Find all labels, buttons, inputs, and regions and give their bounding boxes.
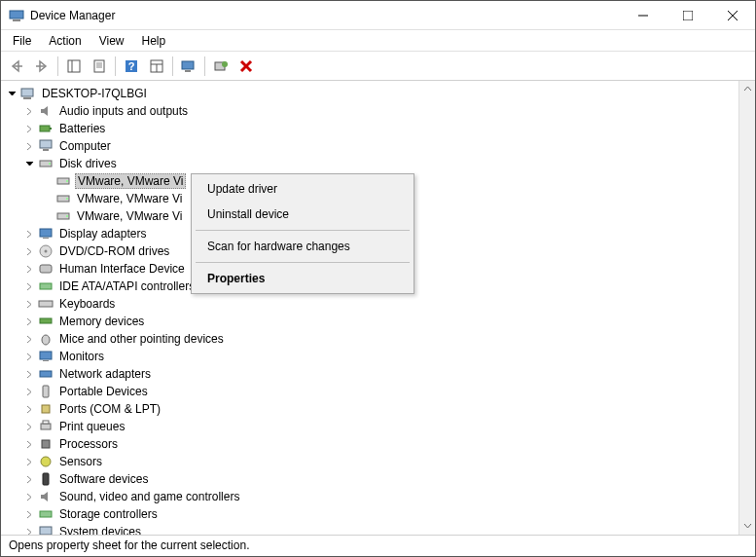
show-hide-tree-button[interactable] (62, 55, 86, 78)
expander[interactable] (40, 209, 54, 223)
expander[interactable] (22, 297, 36, 311)
menu-file[interactable]: File (5, 32, 39, 50)
expander[interactable] (22, 104, 36, 118)
menu-view[interactable]: View (91, 32, 132, 50)
expander[interactable] (22, 332, 36, 346)
diskchild-icon (55, 173, 71, 189)
expander[interactable] (22, 472, 36, 486)
tree-node-batteries[interactable]: Batteries (1, 120, 738, 137)
scan-hardware-button[interactable] (209, 55, 233, 78)
context-menu: Update driver Uninstall device Scan for … (191, 173, 414, 294)
tree-label: VMware, VMware Vi (75, 192, 184, 205)
expander[interactable] (22, 315, 36, 328)
scroll-down-button[interactable] (739, 518, 755, 535)
tree-node-printq[interactable]: Print queues (1, 418, 738, 435)
tree-node-monitors[interactable]: Monitors (1, 348, 738, 365)
tree-node-diskdrives[interactable]: Disk drives (1, 155, 738, 172)
ctx-uninstall-device[interactable]: Uninstall device (194, 202, 412, 227)
forward-button[interactable] (30, 55, 54, 78)
scroll-up-button[interactable] (739, 81, 755, 97)
expander[interactable] (22, 122, 36, 135)
expander[interactable] (22, 279, 36, 293)
svg-rect-59 (40, 511, 52, 517)
close-button[interactable] (710, 1, 755, 30)
expander[interactable] (22, 490, 36, 503)
menubar: File Action View Help (1, 30, 755, 52)
svg-rect-53 (42, 405, 50, 413)
vertical-scrollbar[interactable] (738, 81, 755, 535)
svg-rect-54 (41, 424, 51, 429)
expander[interactable] (22, 437, 36, 451)
tree-node-root[interactable]: DESKTOP-I7QLBGI (1, 85, 738, 102)
processors-icon (38, 436, 54, 452)
expander[interactable] (22, 244, 36, 258)
tree-node-network[interactable]: Network adapters (1, 365, 738, 383)
chevron-right-icon (25, 107, 34, 116)
help-icon: ? (125, 59, 138, 73)
ctx-update-driver[interactable]: Update driver (194, 176, 412, 202)
audio-icon (38, 103, 54, 119)
expander[interactable] (22, 262, 36, 276)
expander[interactable] (22, 139, 36, 153)
expander[interactable] (40, 192, 54, 205)
diskchild-icon (55, 191, 71, 206)
view-options-button[interactable] (145, 55, 168, 78)
tree-node-system[interactable]: System devices (1, 523, 738, 535)
expander[interactable] (22, 507, 36, 521)
tree-node-sound[interactable]: Sound, video and game controllers (1, 488, 738, 505)
dvdcd-icon (38, 243, 54, 259)
computer-icon (38, 138, 54, 154)
tree-label: Sound, video and game controllers (57, 490, 241, 503)
chevron-right-icon (25, 510, 34, 519)
expander[interactable] (22, 420, 36, 433)
tree-node-sensors[interactable]: Sensors (1, 453, 738, 470)
help-button[interactable]: ? (120, 55, 143, 78)
expander[interactable] (22, 367, 36, 381)
back-button[interactable] (5, 55, 28, 78)
menu-help[interactable]: Help (134, 32, 174, 50)
uninstall-button[interactable] (234, 55, 258, 78)
expander[interactable] (40, 174, 54, 188)
chevron-right-icon (25, 475, 34, 484)
chevron-right-icon (25, 317, 34, 326)
svg-point-57 (41, 457, 51, 466)
svg-rect-8 (68, 60, 80, 72)
back-arrow-icon (9, 59, 24, 73)
svg-rect-44 (40, 283, 52, 289)
update-driver-button[interactable] (177, 55, 200, 78)
menu-action[interactable]: Action (41, 32, 89, 50)
svg-rect-27 (40, 126, 50, 131)
expander[interactable] (22, 402, 36, 416)
expander[interactable] (22, 455, 36, 468)
ctx-scan-hardware[interactable]: Scan for hardware changes (194, 234, 412, 259)
tree-node-keyboards[interactable]: Keyboards (1, 295, 738, 313)
scroll-track[interactable] (739, 97, 755, 518)
root-icon (20, 86, 36, 101)
tree-node-portable[interactable]: Portable Devices (1, 383, 738, 400)
svg-point-42 (45, 250, 48, 253)
tree-node-audio[interactable]: Audio inputs and outputs (1, 102, 738, 120)
tree-node-processors[interactable]: Processors (1, 435, 738, 453)
monitor-update-icon (181, 59, 197, 73)
ctx-properties[interactable]: Properties (194, 266, 412, 291)
device-tree[interactable]: DESKTOP-I7QLBGIAudio inputs and outputsB… (1, 81, 738, 535)
close-icon (728, 11, 738, 20)
tree-node-computer[interactable]: Computer (1, 137, 738, 155)
maximize-button[interactable] (666, 1, 710, 30)
expander[interactable] (22, 385, 36, 398)
minimize-button[interactable] (621, 1, 666, 30)
tree-node-ports[interactable]: Ports (COM & LPT) (1, 400, 738, 418)
tree-node-memory[interactable]: Memory devices (1, 313, 738, 330)
expander[interactable] (22, 157, 36, 170)
svg-rect-47 (40, 318, 52, 323)
mice-icon (38, 331, 54, 347)
expander[interactable] (5, 87, 18, 100)
expander[interactable] (22, 227, 36, 241)
tree-node-storage[interactable]: Storage controllers (1, 505, 738, 523)
properties-button[interactable] (88, 55, 111, 78)
tree-node-software[interactable]: Software devices (1, 470, 738, 488)
expander[interactable] (22, 350, 36, 363)
toolbar-separator (172, 56, 173, 76)
tree-node-mice[interactable]: Mice and other pointing devices (1, 330, 738, 348)
expander[interactable] (22, 525, 36, 535)
